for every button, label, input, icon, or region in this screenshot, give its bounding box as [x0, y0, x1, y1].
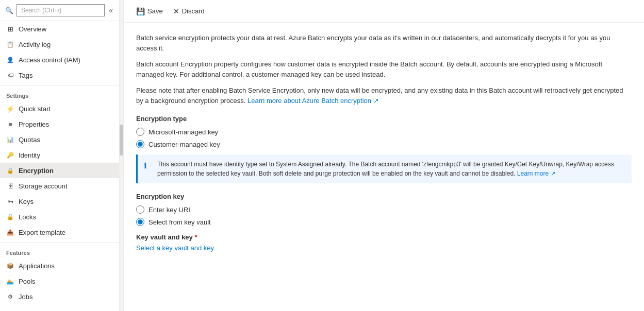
search-input[interactable] [16, 4, 105, 16]
pools-icon: 🏊 [6, 277, 14, 285]
overview-icon: ⊞ [6, 25, 14, 33]
radio-customer-managed[interactable] [136, 140, 144, 148]
locks-icon: 🔓 [6, 213, 14, 221]
radio-select-vault[interactable] [136, 218, 144, 226]
collapse-button[interactable]: « [108, 5, 114, 15]
sidebar-item-export-template[interactable]: 📤 Export template [0, 224, 119, 240]
features-header: Features [0, 245, 119, 258]
sidebar-item-keys[interactable]: 🗝 Keys [0, 194, 119, 209]
sidebar-item-access-control[interactable]: 👤 Access control (IAM) [0, 52, 119, 67]
sidebar-item-identity[interactable]: 🔑 Identity [0, 147, 119, 163]
properties-icon: ≡ [6, 120, 14, 128]
radio-label-microsoft[interactable]: Microsoft-managed key [136, 128, 632, 136]
jobs-icon: ⚙ [6, 292, 14, 301]
description-2: Batch account Encryption property config… [136, 59, 632, 79]
toolbar: 💾 Save ✕ Discard [124, 0, 644, 23]
discard-icon: ✕ [173, 7, 179, 15]
export-template-icon: 📤 [6, 228, 14, 236]
identity-icon: 🔑 [6, 151, 14, 159]
select-key-vault-link[interactable]: Select a key vault and key [136, 244, 214, 252]
radio-label-select-vault[interactable]: Select from key vault [136, 218, 632, 226]
description-1: Batch service encryption protects your d… [136, 33, 632, 53]
access-control-icon: 👤 [6, 56, 14, 64]
storage-account-icon: 🗄 [6, 182, 14, 190]
sidebar-item-activity-log[interactable]: 📋 Activity log [0, 37, 119, 52]
quick-start-icon: ⚡ [6, 105, 14, 113]
sidebar-item-properties[interactable]: ≡ Properties [0, 116, 119, 132]
sidebar-item-jobs[interactable]: ⚙ Jobs [0, 289, 119, 304]
encryption-key-label: Encryption key [136, 193, 632, 200]
sidebar-item-overview[interactable]: ⊞ Overview [0, 21, 119, 37]
content-area: Batch service encryption protects your d… [124, 23, 644, 311]
sidebar-item-encryption[interactable]: 🔒 Encryption [0, 163, 119, 178]
radio-label-customer[interactable]: Customer-managed key [136, 140, 632, 148]
sidebar-item-tags[interactable]: 🏷 Tags [0, 67, 119, 83]
required-star: * [194, 233, 197, 241]
learn-more-link-1[interactable]: Learn more about Azure Batch encryption … [247, 97, 379, 105]
keys-icon: 🗝 [6, 197, 14, 205]
applications-icon: 📦 [6, 262, 14, 270]
radio-microsoft-managed[interactable] [136, 128, 144, 136]
info-box: ℹ This account must have identity type s… [136, 154, 632, 183]
encryption-icon: 🔒 [6, 166, 14, 175]
sidebar-item-pools[interactable]: 🏊 Pools [0, 273, 119, 289]
tags-icon: 🏷 [6, 71, 14, 79]
sidebar-item-locks[interactable]: 🔓 Locks [0, 209, 119, 224]
key-vault-key-label: Key vault and key * [136, 233, 632, 241]
sidebar-scrollbar[interactable] [120, 0, 124, 311]
quotas-icon: 📊 [6, 135, 14, 144]
sidebar-item-storage-account[interactable]: 🗄 Storage account [0, 178, 119, 194]
description-3: Please note that after enabling Batch Se… [136, 85, 632, 106]
divider-2 [0, 242, 119, 243]
encryption-type-label: Encryption type [136, 115, 632, 123]
main-content: 💾 Save ✕ Discard Batch service encryptio… [124, 0, 644, 311]
divider-1 [0, 85, 119, 85]
info-icon: ℹ [144, 160, 153, 172]
save-icon: 💾 [136, 7, 145, 15]
sidebar-item-quotas[interactable]: 📊 Quotas [0, 132, 119, 147]
search-bar: 🔍 « [0, 0, 119, 21]
settings-header: Settings [0, 88, 119, 101]
discard-button[interactable]: ✕ Discard [169, 5, 209, 18]
save-button[interactable]: 💾 Save [132, 5, 167, 18]
encryption-type-radio-group: Microsoft-managed key Customer-managed k… [136, 128, 632, 148]
learn-more-link-2[interactable]: Learn more ↗ [517, 170, 556, 177]
radio-label-enter-uri[interactable]: Enter key URI [136, 205, 632, 214]
sidebar-item-quick-start[interactable]: ⚡ Quick start [0, 101, 119, 116]
sidebar-item-applications[interactable]: 📦 Applications [0, 258, 119, 273]
radio-enter-uri[interactable] [136, 205, 144, 214]
encryption-key-radio-group: Enter key URI Select from key vault [136, 205, 632, 226]
sidebar: 🔍 « ⊞ Overview 📋 Activity log 👤 Access c… [0, 0, 120, 311]
search-icon: 🔍 [5, 7, 13, 14]
activity-log-icon: 📋 [6, 40, 14, 48]
